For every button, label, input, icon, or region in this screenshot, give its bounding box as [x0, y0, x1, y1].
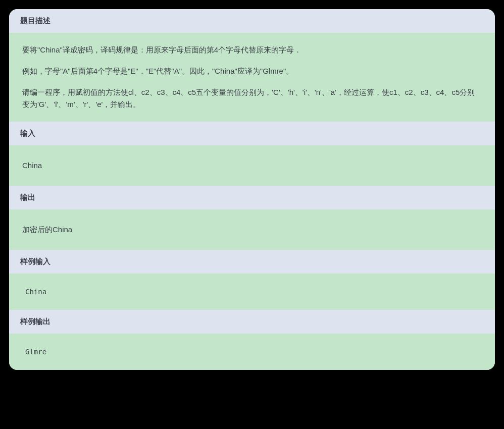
input-body: China	[9, 145, 495, 186]
output-content: 加密后的China	[22, 225, 72, 234]
description-p2: 例如，字母"A"后面第4个字母是"E"．"E"代替"A"。因此，"China"应…	[22, 65, 482, 77]
output-header: 输出	[9, 186, 495, 209]
output-body: 加密后的China	[9, 209, 495, 250]
sample-output-body: Glmre	[9, 334, 495, 370]
sample-output-header: 样例输出	[9, 310, 495, 334]
description-body: 要将"China"译成密码，译码规律是：用原来字母后面的第4个字母代替原来的字母…	[9, 33, 495, 122]
input-content: China	[22, 161, 42, 170]
sample-input-header: 样例输入	[9, 250, 495, 274]
problem-card: 题目描述 要将"China"译成密码，译码规律是：用原来字母后面的第4个字母代替…	[9, 9, 495, 370]
description-p1: 要将"China"译成密码，译码规律是：用原来字母后面的第4个字母代替原来的字母…	[22, 44, 482, 56]
sample-input-body: China	[9, 274, 495, 310]
description-header: 题目描述	[9, 9, 495, 33]
input-header: 输入	[9, 122, 495, 145]
description-p3: 请编一程序，用赋初值的方法使cl、c2、c3、c4、c5五个变量的值分别为，'C…	[22, 86, 482, 111]
